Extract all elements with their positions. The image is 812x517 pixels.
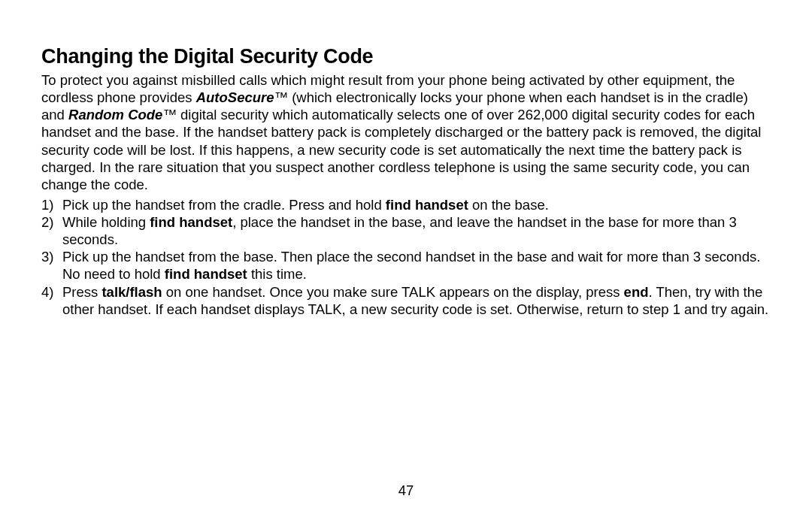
step-item: 3)Pick up the handset from the base. The… (41, 248, 771, 283)
step-text-fragment: Pick up the handset from the cradle. Pre… (62, 197, 386, 213)
step-text-fragment: this time. (247, 266, 307, 282)
page-number: 47 (0, 482, 812, 499)
step-number: 4) (41, 283, 62, 318)
bold-term: find handset (150, 214, 232, 230)
bold-term: talk/flash (102, 284, 162, 300)
step-text: Pick up the handset from the base. Then … (62, 248, 771, 283)
step-text-fragment: on one handset. Once you make sure TALK … (162, 284, 624, 300)
step-number: 3) (41, 248, 62, 283)
tm-1: ™ (274, 89, 289, 105)
step-item: 4)Press talk/flash on one handset. Once … (41, 283, 771, 318)
step-number: 1) (41, 196, 62, 213)
step-text-fragment: Press (62, 284, 102, 300)
bold-term: end (624, 284, 649, 300)
step-item: 2)While holding find handset, place the … (41, 213, 771, 248)
step-text-fragment: While holding (62, 214, 150, 230)
step-item: 1)Pick up the handset from the cradle. P… (41, 196, 771, 213)
feature-randomcode: Random Code (68, 107, 162, 122)
tm-2: ™ (162, 107, 177, 122)
steps-list: 1)Pick up the handset from the cradle. P… (41, 196, 771, 318)
feature-autosecure: AutoSecure (196, 89, 274, 105)
step-text: Pick up the handset from the cradle. Pre… (62, 196, 771, 213)
step-text-fragment: on the base. (468, 197, 549, 213)
page-title: Changing the Digital Security Code (41, 45, 771, 68)
intro-paragraph: To protect you against misbilled calls w… (41, 71, 771, 193)
step-number: 2) (41, 213, 62, 248)
step-text: Press talk/flash on one handset. Once yo… (62, 283, 771, 318)
bold-term: find handset (386, 197, 468, 213)
bold-term: find handset (165, 266, 247, 282)
step-text: While holding find handset, place the ha… (62, 213, 771, 248)
